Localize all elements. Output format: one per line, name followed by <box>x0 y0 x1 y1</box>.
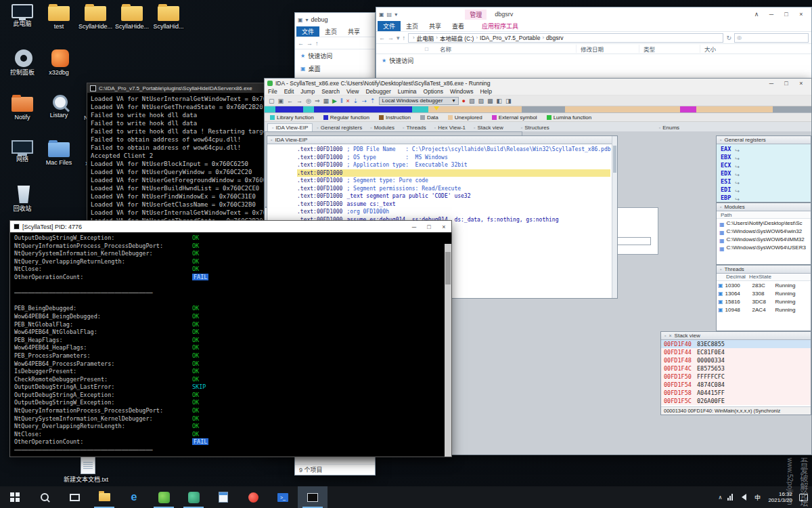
stop-process-icon[interactable]: × <box>346 96 350 106</box>
taskbar-ida-64[interactable] <box>179 486 208 508</box>
register-row[interactable]: ECX <box>717 161 811 169</box>
menu-item[interactable]: Help <box>480 88 491 95</box>
stack-row[interactable]: 00FD1F50 FFFFFCFC <box>661 373 811 381</box>
navigation-band[interactable] <box>265 106 811 113</box>
properties-icon[interactable]: ▤ <box>387 12 392 18</box>
pane-caption[interactable]: ▫ IDA View-EIP <box>267 136 617 144</box>
column-header[interactable]: 修改日期 <box>576 45 639 53</box>
network-icon[interactable] <box>727 494 733 501</box>
register-row[interactable]: EBX <box>717 153 811 161</box>
ribbon-tab[interactable]: 主页 <box>401 21 424 31</box>
column-header[interactable]: Hex <box>749 274 759 280</box>
thread-row[interactable]: 13064 3308 Running <box>717 289 811 297</box>
desktop-icon[interactable]: Notify <box>4 95 41 140</box>
navband-icon[interactable]: ▦ <box>323 96 329 106</box>
scrollbar[interactable] <box>445 244 451 457</box>
module-row[interactable]: C:\Windows\SysWOW64\USER3 <box>717 243 811 251</box>
sidebar-item[interactable]: ★ 快速访问 <box>295 49 375 62</box>
up-icon[interactable]: ↑ <box>403 35 406 41</box>
desktop-icon[interactable]: 此电脑 <box>4 4 41 49</box>
stack-row[interactable]: 00FD1F40 83EC8855 <box>661 340 811 348</box>
functions-icon[interactable]: ◨ <box>505 96 512 106</box>
column-header[interactable]: 大小 <box>700 45 740 53</box>
up-icon[interactable]: ↑ <box>315 40 319 47</box>
stack-row[interactable]: 00FD1F48 00000334 <box>661 356 811 364</box>
menu-item[interactable]: Edit <box>284 88 294 95</box>
follow-arrow-icon[interactable] <box>735 192 740 202</box>
menu-item[interactable]: Lumina <box>398 88 417 95</box>
column-header[interactable]: Decimal <box>726 274 749 280</box>
select-all-checkbox[interactable]: □ <box>425 46 428 52</box>
stack-row[interactable]: 00FD1F58 A04415FF <box>661 389 811 397</box>
register-row[interactable]: EBP <box>717 194 811 202</box>
taskbar-console-active[interactable] <box>298 486 328 508</box>
minimize-button[interactable]: ─ <box>764 9 779 19</box>
manage-contextual-tab[interactable]: 管理 <box>465 9 487 20</box>
register-row[interactable]: ESI <box>717 177 811 186</box>
stack-row[interactable]: 00FD1F54 4874C084 <box>661 381 811 389</box>
window-titlebar[interactable]: IDA - ScyllaTest_x86.exe C:\Users\Notify… <box>265 79 811 87</box>
threads-column-headers[interactable]: DecimalHexState <box>717 274 811 281</box>
taskbar-file-explorer[interactable] <box>89 486 119 508</box>
desktop-icon[interactable]: Listary <box>41 95 77 140</box>
enums-icon[interactable]: ▩ <box>487 96 493 106</box>
thread-row[interactable]: 15816 3DC8 Running <box>717 297 811 305</box>
dock-icon[interactable]: ▫ <box>664 333 666 338</box>
disasm-line[interactable]: .text:00FD1000 <box>297 169 610 177</box>
segments-icon[interactable]: ◧ <box>496 96 502 106</box>
breadcrumb[interactable]: ›此电脑 ›本地磁盘 (C:) ›IDA_Pro_v7.5_Portable ›… <box>408 33 723 43</box>
ribbon-tab[interactable]: 共享 <box>342 26 365 37</box>
taskbar-edge[interactable] <box>119 486 149 508</box>
pane-caption[interactable]: ▫ General registers <box>717 136 811 144</box>
disasm-line[interactable]: .text:00FD1000; Segment type: Pure code <box>297 177 610 185</box>
disasm-line[interactable]: .text:00FD1000; Segment permissions: Rea… <box>297 185 610 193</box>
taskbar-clock[interactable]: 16:32 2021/3/20 <box>768 491 792 503</box>
action-center-icon[interactable] <box>799 494 808 501</box>
sidebar-item[interactable]: ★ 快速访问 <box>376 54 811 67</box>
start-button[interactable] <box>0 486 30 508</box>
ribbon-tab[interactable]: 文件 <box>296 26 319 37</box>
application-tools-tab[interactable]: 应用程序工具 <box>476 21 524 31</box>
column-header[interactable]: Path <box>717 211 811 219</box>
disasm-line[interactable]: .text:00FD1000; OS type : MS Windows <box>297 154 610 162</box>
start-process-icon[interactable]: ▶ <box>332 96 337 106</box>
desktop-icon-new-text-doc[interactable]: 新建文本文档.txt <box>62 457 110 483</box>
dock-tab[interactable]: ▫Enums <box>655 124 683 131</box>
dock-tab[interactable]: ▫Hex View-1 <box>430 123 470 131</box>
disasm-line[interactable]: .text:00FD1000; PDB File Name : C:\Proje… <box>297 146 610 154</box>
taskbar-messenger[interactable] <box>238 486 268 508</box>
column-header[interactable]: State <box>759 274 771 280</box>
dock-tab[interactable]: ▫Threads <box>399 123 430 131</box>
jump-icon[interactable]: ⇒ <box>315 96 320 106</box>
menu-item[interactable]: Search <box>321 88 340 95</box>
run-until-return-icon[interactable]: ⇡ <box>370 96 376 106</box>
maximize-button[interactable]: □ <box>779 79 794 88</box>
hex-view-icon[interactable]: ▧ <box>469 96 475 106</box>
menu-item[interactable]: Options <box>424 88 443 95</box>
dock-tab[interactable]: ▫IDA View-EIP <box>267 123 313 131</box>
forward-icon[interactable]: → <box>307 40 313 47</box>
pause-process-icon[interactable]: ‖ <box>340 96 343 106</box>
back-icon[interactable]: ← <box>287 96 293 106</box>
pane-caption[interactable]: ▫ Threads <box>717 266 811 274</box>
search-box[interactable]: ◎ <box>734 33 809 43</box>
window-titlebar[interactable]: [ScyllaTest] PID: 4776 ─ □ × <box>10 221 451 232</box>
search-icon[interactable]: ◎ <box>306 96 311 106</box>
minimize-button[interactable]: ─ <box>764 79 779 88</box>
save-icon[interactable]: ▣ <box>278 96 284 106</box>
refresh-icon[interactable]: ↻ <box>726 35 731 41</box>
sidebar-item[interactable]: ▣ 桌面 <box>295 62 375 75</box>
breadcrumb-item[interactable]: ›此电脑 <box>411 34 434 42</box>
window-titlebar[interactable]: ▣ ▾ debug <box>295 13 375 26</box>
thread-row[interactable]: 10300 283C Running <box>717 281 811 289</box>
recent-locations-icon[interactable]: ▾ <box>397 35 400 41</box>
debugger-selector[interactable]: Local Windows debugger ▾ <box>379 97 459 105</box>
disasm-line[interactable]: .text:00FD1000;org 0FD1000h <box>297 208 610 216</box>
breadcrumb-item[interactable]: ›本地磁盘 (C:) <box>434 34 474 42</box>
stack-row[interactable]: 00FD1F44 EC81F0E4 <box>661 348 811 356</box>
menu-item[interactable]: View <box>346 88 359 95</box>
taskbar-notepad[interactable] <box>208 486 238 508</box>
thread-row[interactable]: 10948 2AC4 Running <box>717 305 811 314</box>
desktop-icon[interactable]: x32dbg <box>41 49 77 95</box>
forward-icon[interactable]: → <box>388 35 394 41</box>
